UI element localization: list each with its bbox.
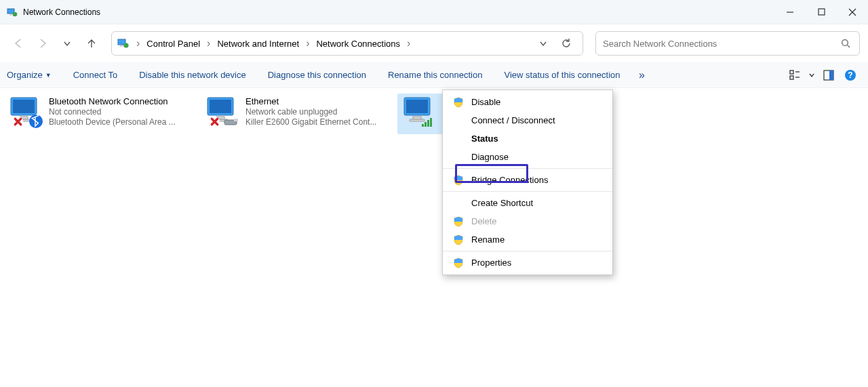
svg-rect-18 [790,76,793,79]
svg-rect-13 [120,45,123,47]
help-button[interactable]: ? [840,64,861,86]
view-options-button[interactable] [784,64,806,86]
svg-rect-30 [427,120,429,127]
up-button[interactable] [81,33,102,54]
adapter-icon [8,96,41,126]
search-icon[interactable] [839,39,852,49]
rename-button[interactable]: Rename this connection [377,70,493,80]
shield-icon [452,96,465,108]
disable-device-button[interactable]: Disable this network device [128,70,257,80]
breadcrumb-network-internet[interactable]: Network and Internet [214,37,302,51]
recent-dropdown[interactable] [57,33,77,54]
view-status-button[interactable]: View status of this connection [493,70,631,80]
close-button[interactable] [837,0,868,24]
minimize-button[interactable] [774,0,806,24]
breadcrumb-network-connections[interactable]: Network Connections [313,37,403,51]
svg-rect-31 [430,118,432,127]
shield-icon [452,234,465,246]
address-dropdown[interactable] [532,33,554,54]
svg-rect-17 [790,70,793,74]
menu-separator [443,168,612,169]
ctx-diagnose[interactable]: Diagnose [443,148,612,166]
connect-to-button[interactable]: Connect To [62,70,129,80]
diagnose-button[interactable]: Diagnose this connection [257,70,377,80]
adapter-ethernet[interactable]: Ethernet Network cable unplugged Killer … [201,94,397,134]
ctx-bridge[interactable]: Bridge Connections [443,171,612,189]
shield-icon [452,257,465,269]
adapter-device: Killer E2600 Gigabit Ethernet Cont... [245,117,376,127]
svg-rect-9 [818,9,825,15]
svg-line-16 [847,45,850,47]
ctx-rename[interactable]: Rename [443,230,612,249]
ctx-properties[interactable]: Properties [443,253,612,272]
adapter-bluetooth[interactable]: Bluetooth Network Connection Not connect… [4,94,201,134]
maximize-button[interactable] [806,0,837,24]
shield-icon [452,216,465,228]
address-bar[interactable]: › Control Panel › Network and Internet ›… [111,31,583,56]
chevron-right-icon[interactable]: › [134,37,142,49]
chevron-right-icon[interactable]: › [204,37,213,49]
chevron-right-icon[interactable]: › [303,37,312,49]
ctx-disable[interactable]: Disable [443,93,612,111]
svg-rect-27 [234,119,238,121]
back-button[interactable] [8,33,28,54]
forward-button[interactable] [33,33,53,54]
svg-rect-29 [425,122,427,127]
svg-point-15 [842,39,848,45]
ctx-create-shortcut[interactable]: Create Shortcut [443,194,612,212]
search-input[interactable] [603,39,839,49]
view-dropdown[interactable] [806,64,818,86]
adapter-icon [205,96,237,126]
location-icon [117,37,130,49]
ctx-delete: Delete [443,212,612,230]
command-bar: Organize▼ Connect To Disable this networ… [0,62,868,88]
svg-point-7 [13,12,18,16]
titlebar: Network Connections [0,0,868,24]
refresh-button[interactable] [555,33,577,54]
adapter-icon [401,96,434,126]
window-title: Network Connections [23,7,100,17]
adapter-name: Ethernet [245,96,376,106]
shield-icon [452,174,465,186]
app-icon [7,7,18,18]
breadcrumb-control-panel[interactable]: Control Panel [144,37,203,51]
chevron-down-icon: ▼ [45,72,52,79]
ctx-status[interactable]: Status [443,129,612,148]
search-box[interactable] [595,31,860,56]
preview-pane-button[interactable] [818,64,840,86]
navigation-bar: › Control Panel › Network and Internet ›… [0,24,868,62]
more-commands-button[interactable]: » [631,69,653,81]
svg-text:?: ? [848,70,852,80]
adapter-status: Network cable unplugged [245,107,376,117]
items-panel[interactable]: Bluetooth Network Connection Not connect… [0,88,868,134]
svg-rect-22 [829,70,833,80]
adapter-name: Bluetooth Network Connection [49,96,176,106]
menu-separator [443,191,612,192]
adapter-status: Not connected [49,107,176,117]
adapter-device: Bluetooth Device (Personal Area ... [49,117,176,127]
context-menu: Disable Connect / Disconnect Status Diag… [442,89,613,275]
ctx-connect-disconnect[interactable]: Connect / Disconnect [443,111,612,129]
svg-rect-6 [9,14,12,16]
svg-point-14 [123,43,128,47]
chevron-right-icon[interactable]: › [404,37,413,49]
svg-rect-28 [422,124,424,127]
organize-menu[interactable]: Organize▼ [7,70,62,80]
menu-separator [443,251,612,251]
